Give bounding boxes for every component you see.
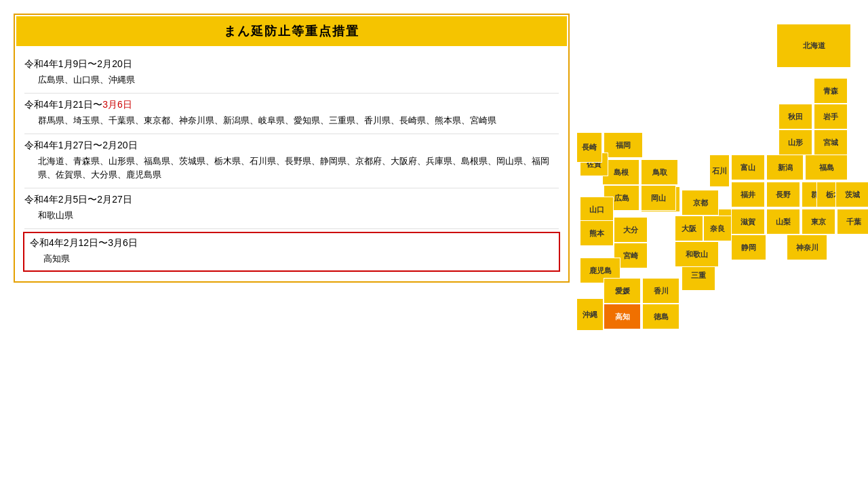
pref-山梨: 山梨 xyxy=(766,209,800,235)
pref-富山: 富山 xyxy=(731,155,765,180)
pref-山口: 山口 xyxy=(580,197,614,222)
pref-青森: 青森 xyxy=(814,78,848,104)
pref-宮城: 宮城 xyxy=(814,129,848,155)
pref-山形: 山形 xyxy=(778,129,812,155)
pref-熊本: 熊本 xyxy=(580,220,614,246)
pref-沖縄: 沖縄 xyxy=(576,298,604,331)
date-1: 令和4年1月9日〜2月20日 xyxy=(24,58,559,70)
table-row-1: 令和4年1月9日〜2月20日 広島県、山口県、沖縄県 令和4年1月21日〜3月6… xyxy=(16,47,567,280)
date-2-before: 令和4年1月21日〜 xyxy=(24,99,102,110)
pref-東京: 東京 xyxy=(802,209,835,235)
date-4: 令和4年2月5日〜2月27日 xyxy=(24,194,559,206)
map-panel: 北海道青森秋田岩手山形宮城石川富山新潟福島福井長野群馬栃木茨城岐阜滋賀山梨東京千… xyxy=(576,14,854,474)
pref-大分: 大分 xyxy=(614,217,648,243)
pref-福島: 福島 xyxy=(805,155,848,180)
pref-徳島: 徳島 xyxy=(642,304,679,329)
info-panel: まん延防止等重点措置 令和4年1月9日〜2月20日 広島県、山口県、沖縄県 令和… xyxy=(14,14,570,474)
main-container: まん延防止等重点措置 令和4年1月9日〜2月20日 広島県、山口県、沖縄県 令和… xyxy=(0,0,868,488)
pref-鳥取: 鳥取 xyxy=(641,159,678,185)
pref-和歌山: 和歌山 xyxy=(675,241,719,267)
pref-秋田: 秋田 xyxy=(778,104,812,129)
date-2-red: 3月6日 xyxy=(102,99,132,110)
pref-福井: 福井 xyxy=(731,182,765,207)
date-2: 令和4年1月21日〜3月6日 xyxy=(24,99,559,111)
pref-新潟: 新潟 xyxy=(766,155,804,180)
period-row-5: 令和4年2月12日〜3月6日 高知県 xyxy=(23,232,560,272)
table-header: まん延防止等重点措置 xyxy=(16,16,567,46)
period-row-2: 令和4年1月21日〜3月6日 群馬県、埼玉県、千葉県、東京都、神奈川県、新潟県、… xyxy=(24,94,559,134)
pref-大阪: 大阪 xyxy=(675,216,703,241)
pref-滋賀: 滋賀 xyxy=(731,209,765,235)
pref-千葉: 千葉 xyxy=(837,209,868,235)
date-5: 令和4年2月12日〜3月6日 xyxy=(30,237,553,249)
japan-map: 北海道青森秋田岩手山形宮城石川富山新潟福島福井長野群馬栃木茨城岐阜滋賀山梨東京千… xyxy=(576,14,861,474)
pref-奈良: 奈良 xyxy=(703,216,732,241)
pref-長野: 長野 xyxy=(766,182,800,207)
info-table: まん延防止等重点措置 令和4年1月9日〜2月20日 広島県、山口県、沖縄県 令和… xyxy=(14,14,570,283)
period-row-3: 令和4年1月27日〜2月20日 北海道、青森県、山形県、福島県、茨城県、栃木県、… xyxy=(24,134,559,189)
pref-北海道: 北海道 xyxy=(776,24,851,68)
pref-岡山: 岡山 xyxy=(641,185,676,211)
pref-神奈川: 神奈川 xyxy=(787,235,827,260)
pref-茨城: 茨城 xyxy=(835,182,868,207)
prefs-2: 群馬県、埼玉県、千葉県、東京都、神奈川県、新潟県、岐阜県、愛知県、三重県、香川県… xyxy=(24,114,559,128)
prefs-1: 広島県、山口県、沖縄県 xyxy=(24,73,559,87)
period-row-1: 令和4年1月9日〜2月20日 広島県、山口県、沖縄県 xyxy=(24,53,559,94)
pref-愛媛: 愛媛 xyxy=(604,278,641,304)
pref-岩手: 岩手 xyxy=(814,104,848,129)
pref-香川: 香川 xyxy=(642,278,679,304)
period-row-4: 令和4年2月5日〜2月27日 和歌山県 xyxy=(24,188,559,229)
pref-京都: 京都 xyxy=(682,190,719,216)
pref-高知: 高知 xyxy=(604,304,641,329)
date-3: 令和4年1月27日〜2月20日 xyxy=(24,140,559,152)
prefs-3: 北海道、青森県、山形県、福島県、茨城県、栃木県、石川県、長野県、静岡県、京都府、… xyxy=(24,155,559,183)
prefs-4: 和歌山県 xyxy=(24,209,559,223)
prefs-5: 高知県 xyxy=(30,252,553,266)
pref-静岡: 静岡 xyxy=(731,235,766,260)
pref-長崎: 長崎 xyxy=(576,132,602,163)
pref-石川: 石川 xyxy=(709,155,730,187)
pref-福岡: 福岡 xyxy=(604,132,643,158)
